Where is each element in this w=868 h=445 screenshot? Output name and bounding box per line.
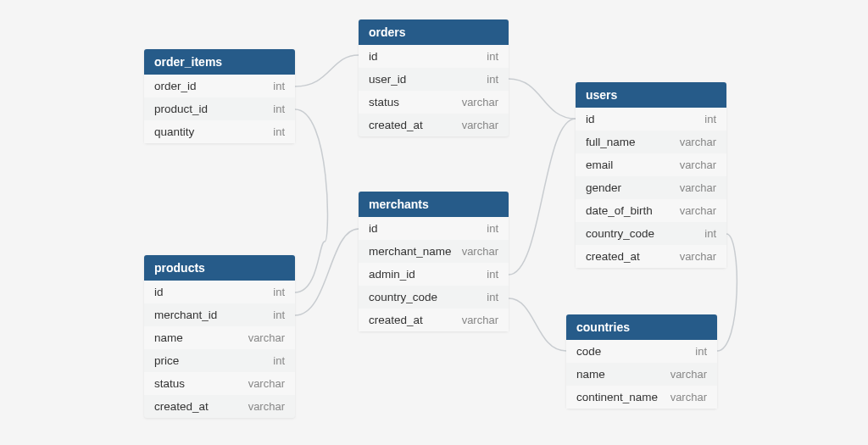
column-name: code (576, 345, 601, 358)
column-row[interactable]: codeint (566, 340, 717, 363)
column-name: price (154, 354, 179, 367)
table-countries[interactable]: countriescodeintnamevarcharcontinent_nam… (566, 314, 717, 409)
column-name: id (586, 113, 595, 125)
column-name: admin_id (369, 268, 415, 281)
column-type: int (273, 309, 285, 321)
column-name: id (154, 286, 164, 298)
column-type: varchar (670, 391, 707, 403)
column-type: varchar (248, 377, 285, 390)
column-row[interactable]: idint (576, 108, 726, 131)
column-type: int (273, 354, 285, 367)
column-type: int (487, 50, 498, 63)
column-row[interactable]: quantityint (144, 120, 295, 143)
column-row[interactable]: order_idint (144, 75, 295, 97)
table-header[interactable]: countries (566, 314, 717, 340)
column-row[interactable]: merchant_namevarchar (359, 240, 509, 263)
column-row[interactable]: admin_idint (359, 263, 509, 286)
column-name: gender (586, 181, 621, 194)
column-row[interactable]: gendervarchar (576, 176, 726, 199)
column-row[interactable]: idint (359, 45, 509, 68)
column-name: id (369, 222, 378, 235)
column-name: user_id (369, 73, 406, 86)
column-name: created_at (369, 314, 423, 326)
column-row[interactable]: full_namevarchar (576, 131, 726, 153)
column-name: status (369, 96, 399, 108)
table-users[interactable]: usersidintfull_namevarcharemailvarcharge… (576, 82, 726, 268)
column-row[interactable]: user_idint (359, 68, 509, 91)
column-name: merchant_id (154, 309, 217, 321)
column-row[interactable]: idint (359, 217, 509, 240)
column-row[interactable]: date_of_birthvarchar (576, 199, 726, 222)
column-row[interactable]: continent_namevarchar (566, 386, 717, 409)
column-row[interactable]: namevarchar (144, 326, 295, 349)
column-type: varchar (462, 245, 498, 258)
column-type: varchar (248, 400, 285, 413)
column-row[interactable]: merchant_idint (144, 303, 295, 326)
connector-line (509, 79, 576, 119)
connector-line (295, 109, 327, 292)
column-type: int (487, 291, 498, 303)
column-name: name (154, 331, 183, 344)
column-row[interactable]: statusvarchar (359, 91, 509, 114)
column-type: int (695, 345, 707, 358)
column-type: int (273, 103, 285, 115)
column-name: order_id (154, 80, 197, 92)
column-name: created_at (586, 250, 640, 263)
column-name: full_name (586, 136, 636, 148)
column-row[interactable]: statusvarchar (144, 372, 295, 395)
table-header[interactable]: orders (359, 19, 509, 45)
connector-line (509, 119, 576, 275)
connector-line (295, 229, 359, 315)
column-row[interactable]: created_atvarchar (359, 309, 509, 331)
column-row[interactable]: country_codeint (359, 286, 509, 309)
column-name: id (369, 50, 378, 63)
column-type: varchar (680, 204, 716, 217)
column-type: varchar (462, 96, 498, 108)
column-type: int (487, 222, 498, 235)
column-type: varchar (670, 368, 707, 381)
column-row[interactable]: idint (144, 281, 295, 303)
table-orders[interactable]: ordersidintuser_idintstatusvarcharcreate… (359, 19, 509, 136)
column-name: country_code (586, 227, 654, 240)
column-type: int (704, 227, 716, 240)
column-type: varchar (680, 181, 716, 194)
column-name: created_at (369, 119, 423, 131)
column-type: varchar (680, 136, 716, 148)
column-type: int (273, 125, 285, 138)
column-name: created_at (154, 400, 209, 413)
column-type: int (273, 286, 285, 298)
connector-line (295, 55, 359, 86)
column-name: email (586, 159, 613, 171)
column-type: varchar (462, 314, 498, 326)
column-row[interactable]: created_atvarchar (144, 395, 295, 418)
table-header[interactable]: merchants (359, 192, 509, 217)
table-header[interactable]: products (144, 255, 295, 281)
column-row[interactable]: created_atvarchar (576, 245, 726, 268)
column-name: product_id (154, 103, 208, 115)
column-name: date_of_birth (586, 204, 653, 217)
table-merchants[interactable]: merchantsidintmerchant_namevarcharadmin_… (359, 192, 509, 331)
column-name: name (576, 368, 605, 381)
table-products[interactable]: productsidintmerchant_idintnamevarcharpr… (144, 255, 295, 418)
column-type: int (273, 80, 285, 92)
column-name: merchant_name (369, 245, 452, 258)
table-header[interactable]: users (576, 82, 726, 108)
column-name: country_code (369, 291, 437, 303)
column-row[interactable]: emailvarchar (576, 153, 726, 176)
column-name: status (154, 377, 185, 390)
column-type: int (487, 268, 498, 281)
column-type: varchar (680, 159, 716, 171)
column-row[interactable]: priceint (144, 349, 295, 372)
table-header[interactable]: order_items (144, 49, 295, 75)
column-type: varchar (248, 331, 285, 344)
column-type: varchar (462, 119, 498, 131)
column-type: varchar (680, 250, 716, 263)
column-row[interactable]: product_idint (144, 97, 295, 120)
column-row[interactable]: country_codeint (576, 222, 726, 245)
connector-line (509, 298, 566, 351)
column-row[interactable]: namevarchar (566, 363, 717, 386)
column-name: quantity (154, 125, 194, 138)
column-type: int (487, 73, 498, 86)
column-row[interactable]: created_atvarchar (359, 114, 509, 136)
table-order_items[interactable]: order_itemsorder_idintproduct_idintquant… (144, 49, 295, 143)
